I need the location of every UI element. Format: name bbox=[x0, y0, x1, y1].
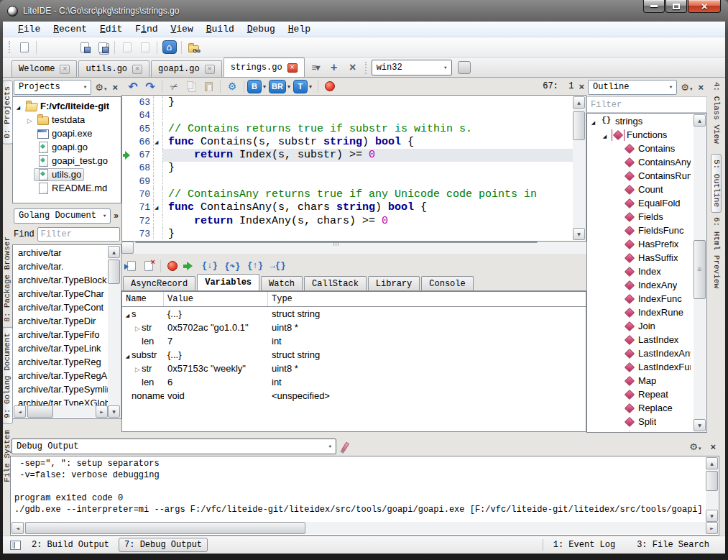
scroll-left-icon[interactable] bbox=[11, 522, 24, 534]
outline-view-combo[interactable]: Outline bbox=[588, 80, 677, 95]
tab-list-icon[interactable] bbox=[306, 60, 325, 75]
package-item[interactable]: archive/tar. bbox=[14, 260, 108, 273]
table-row[interactable]: str 0x57153c "weekly" uint8 * bbox=[122, 362, 586, 375]
build-chip-button[interactable]: BR bbox=[269, 80, 290, 93]
outline-item[interactable]: Replace bbox=[588, 401, 694, 415]
scroll-down-icon[interactable] bbox=[573, 228, 585, 240]
output-view-combo[interactable]: Debug Output bbox=[11, 439, 336, 454]
expander-icon[interactable] bbox=[124, 349, 132, 360]
outline-item[interactable]: LastIndexFunc bbox=[588, 360, 694, 374]
outline-item[interactable]: Join bbox=[588, 319, 694, 333]
outline-item[interactable]: Count bbox=[588, 183, 694, 196]
code-line[interactable]: 68 } bbox=[123, 162, 573, 175]
fold-marker[interactable] bbox=[153, 162, 163, 175]
sidebar-strip-tab[interactable]: 6: Html Preview bbox=[711, 217, 721, 288]
debug-tab[interactable]: AsyncRecord bbox=[123, 276, 195, 290]
sidebar-strip-tab[interactable]: File System bbox=[3, 430, 12, 482]
fold-marker[interactable] bbox=[153, 96, 163, 109]
expander-icon[interactable] bbox=[134, 363, 142, 374]
build-chip-button[interactable]: T bbox=[293, 80, 312, 93]
package-item[interactable]: archive/tar.TypeReg bbox=[14, 355, 108, 369]
step-button-icon[interactable]: {↑} bbox=[244, 261, 267, 271]
code-line[interactable]: 71 func ContainsAny(s, chars string) boo… bbox=[123, 201, 573, 214]
editor-hscrollbar[interactable] bbox=[121, 242, 586, 254]
tab-close-icon[interactable] bbox=[132, 65, 142, 74]
menu-item[interactable]: View bbox=[165, 23, 200, 35]
minimize-button[interactable] bbox=[643, 0, 665, 13]
package-item[interactable]: archive/tar.TypeChar bbox=[14, 287, 108, 300]
menu-item[interactable]: Find bbox=[129, 23, 164, 35]
scroll-up-icon[interactable] bbox=[694, 114, 706, 127]
statusbar-panel-button[interactable]: 1: Event Log bbox=[549, 538, 619, 551]
scroll-left-icon[interactable] bbox=[14, 405, 26, 418]
outline-item[interactable]: ContainsRune bbox=[588, 169, 694, 183]
home-button[interactable] bbox=[160, 40, 178, 55]
outline-item[interactable]: Repeat bbox=[588, 387, 694, 401]
outline-item[interactable]: HasPrefix bbox=[588, 237, 694, 251]
outline-item[interactable]: Map bbox=[588, 374, 694, 387]
tree-row[interactable]: goapi.exe bbox=[13, 127, 121, 140]
find-filter-input[interactable] bbox=[37, 227, 120, 242]
sidebar-strip-tab[interactable]: 9: Golang Document bbox=[3, 327, 13, 424]
editor-tab[interactable]: goapi.go bbox=[151, 60, 222, 77]
debug-tab[interactable]: Variables bbox=[197, 274, 259, 290]
sidebar-strip-tab[interactable]: 0: Projects bbox=[3, 81, 13, 144]
clear-output-icon[interactable] bbox=[341, 441, 349, 451]
column-header[interactable]: Value bbox=[164, 292, 268, 306]
debug-start-button[interactable] bbox=[123, 259, 140, 273]
undo-button[interactable] bbox=[124, 79, 142, 93]
open-folder-button[interactable] bbox=[57, 40, 75, 55]
code-line[interactable]: 69 bbox=[123, 175, 573, 188]
editor-settings-button[interactable] bbox=[224, 79, 241, 93]
scrollbar-thumb[interactable] bbox=[25, 522, 305, 534]
fold-marker[interactable] bbox=[153, 188, 163, 201]
package-item[interactable]: archive/tar.TypeSymlink bbox=[14, 382, 108, 396]
editor-tab[interactable]: Welcome bbox=[11, 60, 77, 77]
expander-icon[interactable] bbox=[14, 101, 22, 111]
step-button-icon[interactable]: →{} bbox=[267, 261, 290, 271]
open-file-button[interactable] bbox=[40, 40, 57, 55]
fold-marker[interactable] bbox=[153, 215, 163, 228]
outline-item[interactable]: Contains bbox=[588, 142, 694, 155]
statusbar-panel-button[interactable]: 3: File Search bbox=[632, 538, 714, 551]
outline-filter-input[interactable] bbox=[586, 96, 707, 113]
scroll-right-icon[interactable] bbox=[96, 405, 108, 418]
package-list-hscrollbar[interactable] bbox=[14, 405, 108, 418]
column-header[interactable]: Name bbox=[122, 292, 164, 306]
godoc-button[interactable] bbox=[185, 40, 203, 55]
step-button-icon[interactable]: {↷} bbox=[221, 261, 244, 272]
toolbar-handle[interactable] bbox=[365, 62, 369, 74]
scrollbar-thumb[interactable] bbox=[573, 111, 585, 140]
editor-vscrollbar[interactable] bbox=[573, 96, 585, 240]
gear-icon[interactable] bbox=[95, 83, 106, 92]
outline-item[interactable]: EqualFold bbox=[588, 196, 694, 210]
menu-item[interactable]: Edit bbox=[93, 23, 129, 35]
tree-row[interactable]: README.md bbox=[13, 181, 121, 195]
sidebar-strip-tab[interactable]: 8: Package Browser bbox=[3, 237, 12, 322]
fold-marker[interactable] bbox=[153, 149, 163, 162]
debug-tab[interactable]: Watch bbox=[261, 276, 303, 290]
scroll-up-icon[interactable] bbox=[108, 246, 120, 258]
table-row[interactable]: s {...} struct string bbox=[122, 307, 586, 321]
output-hscrollbar[interactable] bbox=[11, 522, 718, 534]
sidebar-strip-tab[interactable]: 5: Outline bbox=[711, 154, 722, 213]
cut-button[interactable] bbox=[165, 79, 183, 93]
fold-marker[interactable] bbox=[153, 201, 163, 214]
package-item[interactable]: archive/tar.TypeRegA bbox=[14, 369, 108, 382]
tab-close-icon[interactable] bbox=[287, 63, 298, 73]
scrollbar-thumb[interactable] bbox=[108, 260, 120, 284]
outline-item[interactable]: FieldsFunc bbox=[588, 224, 694, 237]
statusbar-panel-button[interactable]: 7: Debug Output bbox=[119, 538, 208, 552]
menu-item[interactable]: File bbox=[11, 23, 47, 35]
outline-item[interactable]: Functions bbox=[588, 128, 694, 142]
code-line[interactable]: 67 return Index(s, substr) >= 0 bbox=[123, 149, 573, 162]
package-item[interactable]: archive/tar.TypeBlock bbox=[14, 273, 108, 287]
code-line[interactable]: 73 } bbox=[123, 228, 573, 240]
table-row[interactable]: len 6 int bbox=[122, 375, 586, 389]
close-button[interactable] bbox=[688, 0, 721, 13]
tree-row[interactable]: testdata bbox=[13, 113, 121, 127]
code-line[interactable]: 64 bbox=[123, 109, 573, 122]
fold-marker[interactable] bbox=[153, 175, 163, 188]
maximize-button[interactable] bbox=[665, 0, 687, 13]
tree-row[interactable]: F:/vfc/liteide-git bbox=[13, 99, 121, 113]
